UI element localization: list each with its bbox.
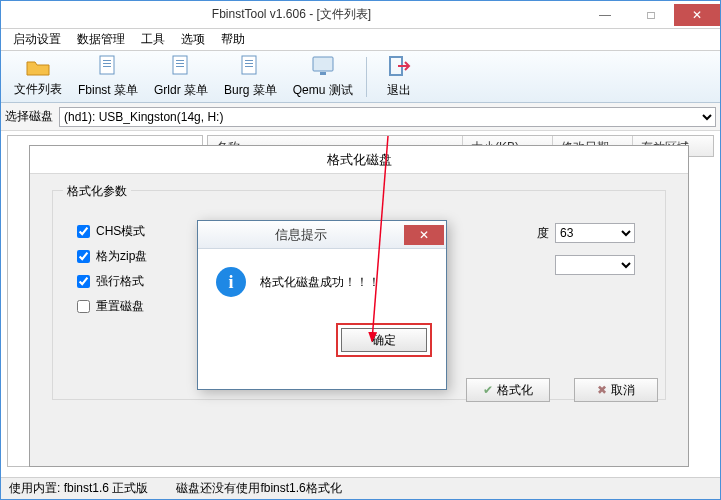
tool-fbinst[interactable]: Fbinst 菜单 xyxy=(71,52,145,102)
folder-icon xyxy=(26,56,50,79)
titlebar: FbinstTool v1.606 - [文件列表] — □ ✕ xyxy=(1,1,720,29)
svg-rect-13 xyxy=(320,72,326,75)
monitor-icon xyxy=(311,55,335,80)
svg-rect-8 xyxy=(242,56,256,74)
svg-rect-6 xyxy=(176,63,184,64)
file-icon xyxy=(98,55,118,80)
message-dialog: 信息提示 ✕ i 格式化磁盘成功！！！ 确定 xyxy=(197,220,447,390)
message-titlebar: 信息提示 ✕ xyxy=(198,221,446,249)
speed-label: 度 xyxy=(537,225,549,242)
tool-label: Qemu 测试 xyxy=(293,82,353,99)
svg-rect-7 xyxy=(176,66,184,67)
cancel-button[interactable]: ✖取消 xyxy=(574,378,658,402)
tool-burg[interactable]: Burg 菜单 xyxy=(217,52,284,102)
svg-rect-1 xyxy=(103,60,111,61)
toolbar: 文件列表 Fbinst 菜单 Grldr 菜单 Burg 菜单 Qemu 测试 … xyxy=(1,51,720,103)
svg-rect-11 xyxy=(245,66,253,67)
row2 xyxy=(555,255,635,275)
ok-button[interactable]: 确定 xyxy=(341,328,427,352)
format-button[interactable]: ✔格式化 xyxy=(466,378,550,402)
menu-boot[interactable]: 启动设置 xyxy=(5,29,69,50)
tool-label: Burg 菜单 xyxy=(224,82,277,99)
info-icon: i xyxy=(216,267,246,297)
speed-row: 度 63 xyxy=(537,223,635,243)
tool-label: 文件列表 xyxy=(14,81,62,98)
statusbar: 使用内置: fbinst1.6 正式版 磁盘还没有使用fbinst1.6格式化 xyxy=(1,477,720,499)
menubar: 启动设置 数据管理 工具 选项 帮助 xyxy=(1,29,720,51)
svg-rect-2 xyxy=(103,63,111,64)
disk-row: 选择磁盘 (hd1): USB_Kingston(14g, H:) xyxy=(1,103,720,131)
file-icon xyxy=(240,55,260,80)
tool-label: Fbinst 菜单 xyxy=(78,82,138,99)
close-button[interactable]: ✕ xyxy=(674,4,720,26)
maximize-button[interactable]: □ xyxy=(628,4,674,26)
disk-select[interactable]: (hd1): USB_Kingston(14g, H:) xyxy=(59,107,716,127)
tool-exit[interactable]: 退出 xyxy=(373,52,425,102)
tool-grldr[interactable]: Grldr 菜单 xyxy=(147,52,215,102)
menu-help[interactable]: 帮助 xyxy=(213,29,253,50)
group-legend: 格式化参数 xyxy=(63,183,131,200)
svg-rect-5 xyxy=(176,60,184,61)
exit-icon xyxy=(387,55,411,80)
message-text: 格式化磁盘成功！！！ xyxy=(260,274,380,291)
file-icon xyxy=(171,55,191,80)
status-right: 磁盘还没有使用fbinst1.6格式化 xyxy=(176,480,341,497)
svg-rect-3 xyxy=(103,66,111,67)
select-2[interactable] xyxy=(555,255,635,275)
toolbar-separator xyxy=(366,57,367,97)
svg-rect-12 xyxy=(313,57,333,71)
status-left: 使用内置: fbinst1.6 正式版 xyxy=(9,480,148,497)
svg-rect-4 xyxy=(173,56,187,74)
svg-rect-10 xyxy=(245,63,253,64)
menu-tools[interactable]: 工具 xyxy=(133,29,173,50)
tool-filelist[interactable]: 文件列表 xyxy=(7,53,69,101)
message-close-button[interactable]: ✕ xyxy=(404,225,444,245)
x-icon: ✖ xyxy=(597,383,607,397)
tool-label: Grldr 菜单 xyxy=(154,82,208,99)
tool-label: 退出 xyxy=(387,82,411,99)
ok-highlight: 确定 xyxy=(336,323,432,357)
svg-rect-0 xyxy=(100,56,114,74)
tool-qemu[interactable]: Qemu 测试 xyxy=(286,52,360,102)
format-dialog-title: 格式化磁盘 xyxy=(30,146,688,174)
speed-select[interactable]: 63 xyxy=(555,223,635,243)
menu-data[interactable]: 数据管理 xyxy=(69,29,133,50)
disk-label: 选择磁盘 xyxy=(5,108,53,125)
menu-options[interactable]: 选项 xyxy=(173,29,213,50)
check-icon: ✔ xyxy=(483,383,493,397)
window-title: FbinstTool v1.606 - [文件列表] xyxy=(204,6,379,23)
message-title: 信息提示 xyxy=(198,226,404,244)
svg-rect-9 xyxy=(245,60,253,61)
minimize-button[interactable]: — xyxy=(582,4,628,26)
